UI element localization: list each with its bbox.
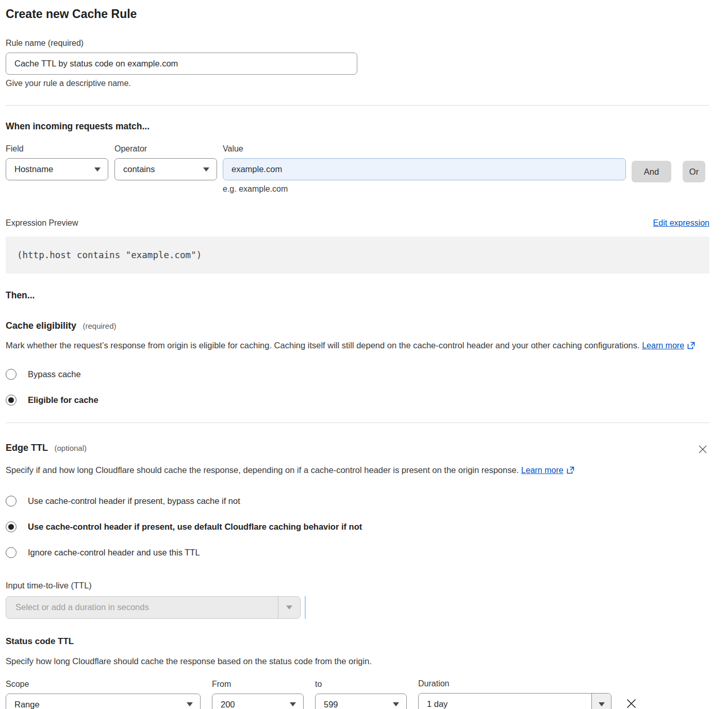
field-select-value: Hostname	[14, 164, 53, 174]
edge-ttl-heading: Edge TTL	[6, 443, 48, 453]
cache-eligibility-heading: Cache eligibility	[6, 320, 76, 331]
and-button[interactable]: And	[632, 161, 671, 182]
radio-bypass-cache[interactable]: Bypass cache	[6, 369, 709, 380]
expression-preview-label: Expression Preview	[6, 218, 78, 228]
section-divider	[6, 423, 709, 423]
value-label: Value	[223, 144, 626, 154]
operator-select-value: contains	[123, 164, 155, 174]
edge-ttl-description-text: Specify if and how long Cloudflare shoul…	[6, 465, 519, 475]
scope-select-value: Range	[14, 700, 40, 709]
radio-icon	[6, 496, 16, 507]
radio-use-header-default[interactable]: Use cache-control header if present, use…	[6, 521, 709, 532]
radio-eligible-for-cache-label: Eligible for cache	[28, 395, 98, 405]
close-icon	[626, 698, 637, 709]
close-icon	[698, 445, 707, 454]
remove-status-row-button[interactable]	[624, 696, 639, 709]
edge-ttl-learn-more-link[interactable]: Learn more	[521, 466, 564, 475]
match-condition-row: Field Hostname Operator contains Value e…	[6, 144, 709, 194]
status-code-ttl-section: Status code TTL Specify how long Cloudfl…	[6, 636, 709, 709]
radio-selected-icon	[6, 395, 16, 406]
cache-eligibility-required-tag: (required)	[83, 322, 117, 330]
duration-select[interactable]: 1 day	[418, 693, 611, 709]
scope-label: Scope	[6, 680, 201, 689]
cache-eligibility-description-text: Mark whether the request’s response from…	[6, 341, 640, 350]
status-code-ttl-heading: Status code TTL	[6, 636, 709, 647]
radio-eligible-for-cache[interactable]: Eligible for cache	[6, 395, 709, 406]
radio-selected-icon	[6, 521, 16, 532]
edge-ttl-optional-tag: (optional)	[54, 444, 87, 452]
rule-name-section: Rule name (required) Give your rule a de…	[6, 39, 709, 88]
section-divider	[6, 105, 709, 106]
expression-code: (http.host contains "example.com")	[17, 250, 202, 260]
create-cache-rule-form: Create new Cache Rule Rule name (require…	[0, 0, 728, 709]
edge-ttl-close-button[interactable]	[696, 443, 709, 456]
field-label: Field	[6, 144, 108, 154]
chevron-down-icon	[599, 702, 605, 706]
radio-bypass-cache-label: Bypass cache	[28, 369, 81, 379]
cache-eligibility-learn-more-link[interactable]: Learn more	[642, 341, 684, 350]
dropdown-arrow-button[interactable]	[278, 597, 300, 618]
chevron-down-icon	[203, 167, 209, 172]
radio-use-header-bypass-label: Use cache-control header if present, byp…	[28, 496, 240, 506]
radio-use-header-bypass[interactable]: Use cache-control header if present, byp…	[6, 496, 709, 507]
ttl-duration-placeholder: Select or add a duration in seconds	[6, 602, 278, 612]
rule-name-help: Give your rule a descriptive name.	[6, 79, 709, 88]
text-cursor-indicator	[305, 596, 306, 619]
operator-select[interactable]: contains	[114, 158, 217, 180]
external-link-icon	[567, 464, 574, 479]
scope-select[interactable]: Range	[6, 694, 201, 709]
match-heading: When incoming requests match...	[6, 121, 709, 132]
radio-ignore-header-label: Ignore cache-control header and use this…	[28, 548, 200, 558]
or-button[interactable]: Or	[683, 161, 705, 182]
ttl-duration-select[interactable]: Select or add a duration in seconds	[6, 596, 301, 619]
duration-label: Duration	[418, 679, 611, 688]
chevron-down-icon	[393, 702, 399, 706]
rule-name-label: Rule name (required)	[6, 39, 709, 48]
field-select[interactable]: Hostname	[6, 158, 108, 180]
status-code-ttl-description: Specify how long Cloudflare should cache…	[6, 654, 697, 669]
edit-expression-link[interactable]: Edit expression	[653, 218, 709, 228]
to-select-value: 599	[324, 700, 338, 709]
value-help: e.g. example.com	[223, 184, 626, 194]
then-heading: Then...	[6, 290, 709, 301]
chevron-down-icon	[290, 702, 296, 706]
duration-select-value: 1 day	[419, 699, 591, 709]
chevron-down-icon	[286, 605, 292, 610]
ttl-input-label: Input time-to-live (TTL)	[6, 581, 709, 590]
chevron-down-icon	[187, 702, 193, 706]
external-link-icon	[687, 339, 695, 354]
from-label: From	[212, 680, 304, 689]
edge-ttl-description: Specify if and how long Cloudflare shoul…	[6, 463, 697, 479]
radio-icon	[6, 369, 16, 380]
to-select[interactable]: 599	[315, 694, 407, 709]
edge-ttl-section: Edge TTL (optional) Specify if and how l…	[6, 443, 709, 709]
page-title: Create new Cache Rule	[6, 7, 709, 21]
radio-use-header-default-label: Use cache-control header if present, use…	[28, 522, 362, 532]
radio-icon	[6, 547, 16, 558]
radio-ignore-header[interactable]: Ignore cache-control header and use this…	[6, 547, 709, 558]
dropdown-arrow-button[interactable]	[591, 694, 611, 709]
from-select[interactable]: 200	[212, 694, 304, 709]
expression-header: Expression Preview Edit expression	[6, 218, 709, 228]
rule-name-input[interactable]	[6, 53, 357, 75]
chevron-down-icon	[94, 167, 101, 172]
to-label: to	[315, 680, 407, 689]
cache-eligibility-section: Cache eligibility (required) Mark whethe…	[6, 320, 709, 406]
operator-label: Operator	[114, 144, 217, 154]
expression-preview-box: (http.host contains "example.com")	[6, 237, 709, 274]
status-code-ttl-row: Scope Range From 200 to 599	[6, 679, 709, 709]
value-input[interactable]	[223, 158, 626, 180]
cache-eligibility-description: Mark whether the request’s response from…	[6, 338, 697, 354]
from-select-value: 200	[221, 700, 235, 709]
